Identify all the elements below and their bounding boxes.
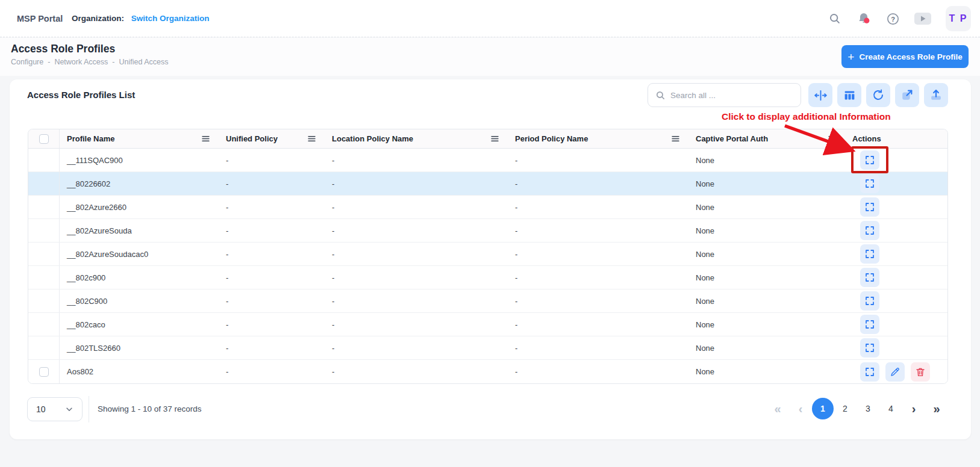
table-toolbar	[808, 83, 948, 107]
header-cell-checkbox	[28, 129, 60, 148]
unified-policy-cell: -	[219, 243, 325, 265]
profile-name-cell: __802AzureSouda	[60, 219, 219, 242]
svg-text:?: ?	[891, 15, 895, 22]
notifications-bell-icon[interactable]	[857, 11, 871, 26]
column-menu-icon[interactable]	[490, 134, 499, 143]
page-button[interactable]: 2	[834, 397, 857, 420]
expand-details-icon[interactable]	[860, 268, 879, 287]
unified-policy-cell: -	[219, 360, 325, 383]
column-header[interactable]: Profile Name	[60, 129, 219, 148]
search-icon[interactable]	[828, 11, 842, 26]
page-button[interactable]: 3	[857, 397, 879, 420]
row-checkbox-cell	[28, 219, 60, 242]
captive-portal-auth-cell: None	[688, 172, 845, 195]
fit-width-icon[interactable]	[808, 83, 832, 107]
captive-portal-auth-cell: None	[688, 336, 845, 359]
page-button[interactable]: 1	[812, 398, 834, 419]
breadcrumb-item[interactable]: Unified Access	[119, 58, 168, 66]
row-checkbox-cell	[28, 196, 60, 218]
period-policy-cell: -	[508, 313, 688, 336]
captive-portal-auth-cell: None	[688, 243, 845, 265]
actions-cell	[845, 196, 947, 218]
list-title: Access Role Profiles List	[27, 90, 135, 100]
actions-cell	[845, 313, 947, 336]
search-input[interactable]	[670, 91, 793, 100]
row-checkbox-cell	[28, 313, 60, 336]
profile-name-cell: __802AzureSoudacac0	[60, 243, 219, 265]
period-policy-cell: -	[508, 360, 688, 383]
table-row[interactable]: __802AzureSoudacac0 - - - None	[28, 243, 947, 266]
table-header-row: Profile Name Unified Policy Location Pol…	[28, 129, 947, 149]
column-header[interactable]: Location Policy Name	[325, 129, 508, 148]
row-checkbox[interactable]	[39, 367, 49, 377]
previous-page-button[interactable]: ‹	[789, 397, 812, 420]
expand-details-icon[interactable]	[860, 197, 879, 217]
column-header[interactable]: Captive Portal Auth	[688, 129, 845, 148]
page-button[interactable]: 4	[879, 397, 902, 420]
expand-details-icon[interactable]	[860, 291, 879, 311]
breadcrumb-item[interactable]: Configure	[11, 58, 43, 66]
location-policy-cell: -	[325, 266, 508, 289]
create-access-role-profile-button[interactable]: + Create Access Role Profile	[841, 45, 969, 68]
location-policy-cell: -	[325, 149, 508, 172]
refresh-icon[interactable]	[866, 83, 890, 107]
select-all-checkbox[interactable]	[39, 134, 49, 144]
breadcrumb: Configure-Network Access-Unified Access	[11, 58, 168, 66]
next-page-button[interactable]: ›	[902, 397, 925, 420]
actions-cell	[845, 289, 947, 312]
last-page-button[interactable]: »	[925, 397, 948, 420]
upload-icon[interactable]	[924, 83, 948, 107]
row-checkbox-cell	[28, 266, 60, 289]
expand-details-icon[interactable]	[860, 362, 879, 382]
expand-details-icon[interactable]	[860, 221, 879, 240]
edit-icon[interactable]	[885, 362, 905, 382]
table-row[interactable]: __802caco - - - None	[28, 313, 947, 336]
switch-organization-link[interactable]: Switch Organization	[131, 14, 210, 23]
access-role-profiles-table: Profile Name Unified Policy Location Pol…	[28, 129, 948, 384]
organization-label: Organization:	[72, 14, 124, 23]
expand-details-icon[interactable]	[860, 315, 879, 334]
captive-portal-auth-cell: None	[688, 360, 845, 383]
expand-details-icon[interactable]	[860, 338, 879, 357]
actions-cell	[845, 336, 947, 359]
top-navigation-bar: MSP Portal Organization: Switch Organiza…	[0, 0, 980, 37]
page-size-select[interactable]: 10	[27, 397, 83, 421]
table-row[interactable]: Aos802 - - - None	[28, 360, 947, 383]
unified-policy-cell: -	[219, 313, 325, 336]
table-row[interactable]: __802Azure2660 - - - None	[28, 196, 947, 219]
table-row[interactable]: __802C900 - - - None	[28, 289, 947, 313]
captive-portal-auth-cell: None	[688, 149, 845, 172]
column-header[interactable]: Actions	[845, 129, 947, 148]
page-title: Access Role Profiles	[11, 43, 115, 55]
column-header[interactable]: Period Policy Name	[508, 129, 688, 148]
table-row[interactable]: __802TLS2660 - - - None	[28, 336, 947, 360]
help-icon[interactable]: ?	[885, 11, 900, 26]
column-header[interactable]: Unified Policy	[219, 129, 325, 148]
column-menu-icon[interactable]	[671, 134, 680, 143]
open-external-icon[interactable]	[895, 83, 919, 107]
expand-details-icon[interactable]	[860, 244, 879, 264]
table-row[interactable]: __80226602 - - - None	[28, 172, 947, 196]
table-row[interactable]: __802c900 - - - None	[28, 266, 947, 289]
unified-policy-cell: -	[219, 172, 325, 195]
profile-name-cell: __111SQAC900	[60, 149, 219, 172]
actions-cell	[845, 243, 947, 265]
column-menu-icon[interactable]	[307, 134, 316, 143]
expand-details-icon[interactable]	[860, 174, 879, 193]
expand-details-icon[interactable]	[860, 150, 879, 170]
table-row[interactable]: __111SQAC900 - - - None	[28, 149, 947, 172]
breadcrumb-item[interactable]: Network Access	[54, 58, 108, 66]
first-page-button[interactable]: «	[766, 397, 789, 420]
column-header-label: Unified Policy	[226, 134, 278, 143]
user-avatar[interactable]: T P	[946, 6, 971, 31]
video-tutorials-icon[interactable]	[914, 11, 931, 26]
table-row[interactable]: __802AzureSouda - - - None	[28, 219, 947, 243]
columns-icon[interactable]	[837, 83, 861, 107]
row-checkbox-cell	[28, 336, 60, 359]
period-policy-cell: -	[508, 243, 688, 265]
delete-icon[interactable]	[911, 362, 930, 382]
period-policy-cell: -	[508, 172, 688, 195]
column-menu-icon[interactable]	[201, 134, 210, 143]
column-menu-icon[interactable]	[828, 134, 837, 143]
unified-policy-cell: -	[219, 219, 325, 242]
